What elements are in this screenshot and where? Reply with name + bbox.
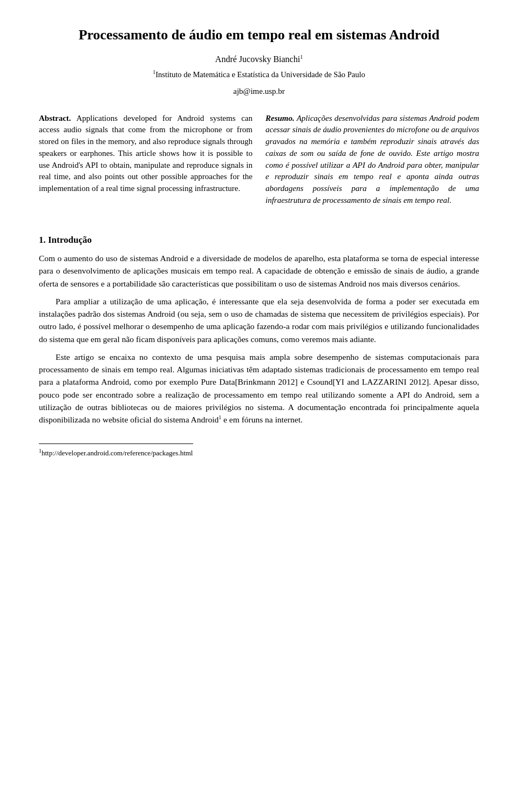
section-1-para-1: Com o aumento do uso de sistemas Android… [39,252,479,290]
resumo-paragraph: Resumo. Aplicações desenvolvidas para si… [265,113,479,207]
title-section: Processamento de áudio em tempo real em … [39,26,479,98]
section-1-para-2: Para ampliar a utilização de uma aplicaç… [39,295,479,345]
section-1-title: 1. Introdução [39,234,479,247]
email-text: ajb@ime.usp.br [233,87,284,95]
main-title: Processamento de áudio em tempo real em … [39,26,479,44]
resumo-column: Resumo. Aplicações desenvolvidas para si… [265,113,479,207]
section-title-text: Introdução [48,235,92,245]
page-container: Processamento de áudio em tempo real em … [0,0,518,490]
footnote-url: http://developer.android.com/reference/p… [42,449,193,457]
resumo-label: Resumo. [265,114,295,122]
section-1-para-3: Este artigo se encaixa no contexto de um… [39,351,479,426]
footnote-ref-1: 1 [219,414,221,420]
section-1: 1. Introdução Com o aumento do uso de si… [39,234,479,426]
abstract-label: Abstract. [39,114,71,122]
affiliation-line: 1Instituto de Matemática e Estatística d… [39,69,479,80]
footnote-1: 1http://developer.android.com/reference/… [39,447,479,459]
footnote-divider [39,443,193,444]
abstract-body: Applications developed for Android syste… [39,114,253,193]
abstract-paragraph: Abstract. Applications developed for And… [39,113,253,195]
author-superscript: 1 [300,53,303,59]
author-name: André Jucovsky Bianchi [215,54,300,64]
abstract-resumo-columns: Abstract. Applications developed for And… [39,113,479,219]
section-number: 1. [39,235,46,245]
author-line: André Jucovsky Bianchi1 [39,53,479,65]
affiliation-text: Instituto de Matemática e Estatística da… [155,70,365,79]
abstract-column: Abstract. Applications developed for And… [39,113,253,207]
title-text: Processamento de áudio em tempo real em … [79,27,440,43]
resumo-body: Aplicações desenvolvidas para sistemas A… [265,114,479,204]
email-line: ajb@ime.usp.br [39,86,479,98]
